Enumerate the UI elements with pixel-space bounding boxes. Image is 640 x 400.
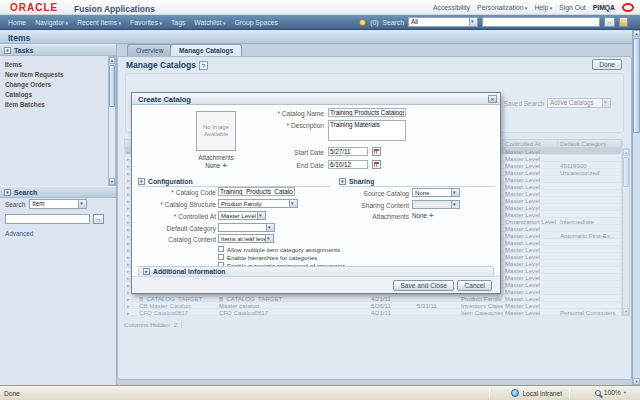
dropdown-arrow-icon[interactable] <box>265 235 273 242</box>
catalog-code-label: Catalog Code <box>136 188 216 197</box>
nav-recent-items[interactable]: Recent Items <box>77 19 121 26</box>
collapse-icon[interactable] <box>4 189 11 196</box>
search-options-icon[interactable] <box>619 17 628 27</box>
nav-group-spaces[interactable]: Group Spaces <box>235 19 278 26</box>
accessibility-link[interactable]: Accessibility <box>433 4 470 11</box>
sidebar-search-input[interactable] <box>5 214 90 224</box>
tab-manage-catalogs[interactable]: Manage Catalogs <box>170 44 242 56</box>
sidebar-search-scope-select[interactable]: Item <box>29 199 87 209</box>
dialog-footer: Save and Close Cancel <box>132 276 500 293</box>
nav-tags[interactable]: Tags <box>171 19 185 26</box>
browser-status-bar: Done Local intranet 100% ▾ <box>0 385 640 400</box>
status-text: Done <box>4 390 20 397</box>
nav-home[interactable]: Home <box>8 19 26 26</box>
collapse-icon[interactable] <box>339 178 346 185</box>
end-date-input[interactable] <box>328 160 368 169</box>
source-catalog-label: Source Catalog <box>337 189 409 198</box>
end-date-calendar-icon[interactable] <box>372 160 381 169</box>
end-date-label: End Date <box>228 161 324 170</box>
global-search-scope-select[interactable]: All <box>408 17 478 27</box>
scroll-down-icon[interactable]: ▼ <box>109 178 115 185</box>
dialog-title-bar[interactable]: Create Catalog <box>132 93 500 105</box>
logged-in-user: PIMQA <box>593 4 615 11</box>
section-heading-catalogs: Catalogs <box>5 91 106 98</box>
zoom-control[interactable]: 100% ▾ <box>595 389 626 396</box>
dropdown-arrow-icon <box>451 201 459 208</box>
add-attachment-icon[interactable] <box>429 212 434 219</box>
nav-navigator[interactable]: Navigator <box>35 19 68 26</box>
scroll-up-icon[interactable]: ▲ <box>633 30 640 37</box>
description-textarea[interactable]: Training Materials <box>328 120 406 141</box>
dropdown-arrow-icon[interactable] <box>469 18 477 26</box>
checkbox-label: Allow multiple item category assignments <box>227 246 340 253</box>
sign-out-link[interactable]: Sign Out <box>559 4 585 11</box>
security-zone-label: Local intranet <box>522 390 562 397</box>
search-panel-header[interactable]: Search <box>0 186 116 198</box>
help-menu[interactable]: Help <box>534 4 552 11</box>
close-icon[interactable] <box>488 95 497 103</box>
default-category-select[interactable] <box>218 223 275 232</box>
checkbox-label: Enable hierarchies for categories <box>227 254 317 261</box>
notification-count: (0) <box>370 19 378 26</box>
scroll-up-icon[interactable]: ▲ <box>109 57 115 64</box>
sharing-attachments-value: None <box>412 212 427 219</box>
tasks-scrollbar[interactable]: ▲ ▼ <box>108 56 116 186</box>
cancel-button[interactable]: Cancel <box>457 280 492 291</box>
attachments-value: None <box>205 162 220 169</box>
personalization-menu[interactable]: Personalization <box>477 4 527 11</box>
tab-overview[interactable]: Overview <box>127 44 172 56</box>
catalog-content-select[interactable]: Items at leaf level <box>218 234 274 243</box>
nav-watchlist[interactable]: Watchlist <box>194 19 225 26</box>
app-title: Items <box>8 33 30 43</box>
save-and-close-button[interactable]: Save and Close <box>393 280 454 291</box>
catalog-code-input[interactable] <box>218 187 295 196</box>
sidebar-search-label: Search <box>5 201 25 208</box>
help-icon[interactable] <box>199 61 208 70</box>
create-catalog-dialog: Create Catalog No Image Available Attach… <box>131 92 501 294</box>
checkbox[interactable] <box>218 254 224 260</box>
tasks-sidebar: Tasks Items New Item Requests Change Ord… <box>0 44 117 385</box>
nav-favorites[interactable]: Favorites <box>130 19 162 26</box>
catalog-name-label: Catalog Name <box>228 109 324 118</box>
sharing-section-header[interactable]: Sharing <box>339 177 495 187</box>
done-button[interactable]: Done <box>592 59 622 70</box>
sidebar-search-region: Search Item Advanced <box>0 199 116 237</box>
dropdown-arrow-icon[interactable] <box>257 212 265 219</box>
tasks-list: Items New Item Requests Change Orders Ca… <box>0 56 108 186</box>
global-search-input[interactable] <box>482 17 600 27</box>
scrollbar-thumb[interactable] <box>633 38 640 133</box>
controlled-at-select[interactable]: Master Level <box>218 211 266 220</box>
section-heading-items: Items <box>5 61 106 68</box>
zoom-level: 100% <box>604 389 621 396</box>
advanced-search-link[interactable]: Advanced <box>0 230 116 237</box>
page-scrollbar[interactable]: ▲ ▼ <box>632 30 640 385</box>
catalog-structure-select[interactable]: Product Family <box>218 199 298 208</box>
checkbox[interactable] <box>218 246 224 252</box>
section-heading-item-batches: Item Batches <box>5 101 106 108</box>
scroll-down-icon[interactable]: ▼ <box>633 378 640 385</box>
catalog-name-input[interactable] <box>328 108 406 117</box>
oracle-ring-icon <box>622 3 634 12</box>
configuration-section-header[interactable]: Configuration <box>138 177 330 187</box>
tasks-panel-header[interactable]: Tasks <box>0 44 116 56</box>
app-title-bar: Items <box>0 30 640 44</box>
start-date-calendar-icon[interactable] <box>372 147 381 156</box>
suite-title: Fusion Applications <box>74 4 155 14</box>
search-go-button[interactable] <box>604 17 615 27</box>
notifications-bell-icon[interactable] <box>359 19 366 26</box>
expand-icon[interactable] <box>143 268 150 275</box>
dropdown-arrow-icon[interactable] <box>289 200 297 207</box>
collapse-icon[interactable] <box>4 47 11 54</box>
source-catalog-select[interactable]: None <box>412 188 460 197</box>
start-date-input[interactable] <box>328 147 368 156</box>
dropdown-arrow-icon[interactable] <box>78 200 86 208</box>
default-category-label: Default Category <box>136 224 216 233</box>
add-attachment-icon[interactable] <box>222 162 227 169</box>
oracle-logo: ORACLE <box>10 2 58 13</box>
scrollbar-thumb[interactable] <box>109 65 115 107</box>
global-nav-bar: Home Navigator Recent Items Favorites Ta… <box>0 15 640 30</box>
collapse-icon[interactable] <box>138 178 145 185</box>
dropdown-arrow-icon[interactable] <box>451 189 459 196</box>
sidebar-search-go-button[interactable] <box>93 214 104 224</box>
dropdown-arrow-icon[interactable] <box>266 224 274 231</box>
